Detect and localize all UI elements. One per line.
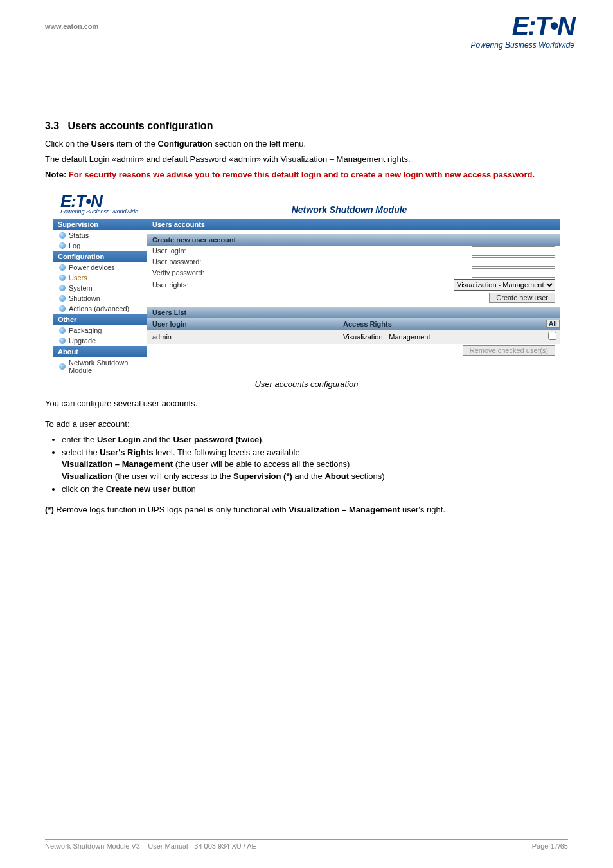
section-title: Users accounts configuration bbox=[68, 120, 213, 131]
sidebar-item-upgrade[interactable]: Upgrade bbox=[53, 336, 147, 346]
sidebar-item-power-devices[interactable]: Power devices bbox=[53, 262, 147, 273]
cell-user-login: admin bbox=[147, 330, 338, 344]
create-new-user-button[interactable]: Create new user bbox=[489, 293, 555, 303]
input-verify-password[interactable] bbox=[472, 268, 555, 278]
bullet-icon bbox=[59, 242, 66, 249]
sidebar-item-packaging[interactable]: Packaging bbox=[53, 325, 147, 336]
sidebar-cat-other: Other bbox=[53, 314, 147, 325]
bullet-icon bbox=[59, 285, 66, 291]
users-list-header: User login Access Rights All bbox=[147, 318, 560, 330]
sidebar-cat-configuration: Configuration bbox=[53, 251, 147, 262]
brand-tagline: Powering Business Worldwide bbox=[471, 41, 574, 50]
footnote-star: (*) Remove logs function in UPS logs pan… bbox=[45, 504, 568, 516]
list-item: enter the User Login and the User passwo… bbox=[62, 434, 568, 446]
sidebar-cat-about: About bbox=[53, 346, 147, 357]
label-verify-password: Verify password: bbox=[152, 269, 229, 276]
default-login-paragraph: The default Login «admin» and default Pa… bbox=[45, 154, 568, 165]
remove-checked-users-button[interactable]: Remove checked user(s) bbox=[463, 345, 555, 356]
col-access-rights[interactable]: Access Rights bbox=[338, 318, 544, 330]
bullet-icon bbox=[59, 232, 66, 239]
list-item: select the User's Rights level. The foll… bbox=[62, 447, 568, 482]
table-row: admin Visualization - Management bbox=[147, 330, 560, 344]
bullet-icon bbox=[59, 295, 66, 302]
sidebar-item-status[interactable]: Status bbox=[53, 230, 147, 240]
bullet-icon bbox=[59, 363, 66, 370]
brand-mark: E:T•N bbox=[512, 12, 574, 41]
row-select-checkbox[interactable] bbox=[548, 332, 556, 340]
sidebar: Supervision Status Log Configuration Pow… bbox=[53, 219, 147, 375]
section-number: 3.3 bbox=[45, 120, 59, 131]
sidebar-cat-supervision: Supervision bbox=[53, 219, 147, 230]
cell-access-rights: Visualization - Management bbox=[338, 330, 544, 344]
sidebar-item-about-nsm[interactable]: Network Shutdown Module bbox=[53, 357, 147, 375]
bullet-icon bbox=[59, 327, 66, 334]
security-note: Note: For security reasons we advise you… bbox=[45, 169, 568, 181]
sidebar-item-shutdown[interactable]: Shutdown bbox=[53, 293, 147, 303]
configure-accounts-paragraph: You can configure several user accounts. bbox=[45, 398, 568, 410]
col-user-login[interactable]: User login bbox=[147, 318, 338, 330]
add-user-steps: enter the User Login and the User passwo… bbox=[62, 434, 568, 495]
select-all-button[interactable]: All bbox=[546, 320, 560, 328]
app-brand-mark: E:T•N bbox=[60, 194, 138, 208]
brand-logo: E:T•N Powering Business Worldwide bbox=[471, 12, 574, 50]
sidebar-item-log[interactable]: Log bbox=[53, 240, 147, 251]
page-footer: Network Shutdown Module V3 – User Manual… bbox=[45, 839, 568, 850]
bullet-icon bbox=[59, 275, 66, 281]
input-user-login[interactable] bbox=[472, 246, 555, 256]
bullet-icon bbox=[59, 338, 66, 344]
users-list-title: Users List bbox=[147, 307, 560, 318]
footer-right: Page 17/65 bbox=[532, 842, 568, 850]
create-account-title: Create new user account bbox=[147, 234, 560, 246]
sidebar-item-users[interactable]: Users bbox=[53, 273, 147, 283]
main-panel: Users accounts Create new user account U… bbox=[147, 219, 560, 375]
section-heading: 3.3 Users accounts configuration bbox=[45, 120, 568, 132]
panel-title: Users accounts bbox=[147, 219, 560, 230]
screenshot-users-accounts: E:T•N Powering Business Worldwide Networ… bbox=[53, 190, 560, 375]
label-user-password: User password: bbox=[152, 258, 229, 266]
sidebar-item-actions-advanced[interactable]: Actions (advanced) bbox=[53, 303, 147, 314]
bullet-icon bbox=[59, 305, 66, 312]
app-brand-tagline: Powering Business Worldwide bbox=[60, 208, 138, 215]
bullet-icon bbox=[59, 264, 66, 271]
sidebar-item-system[interactable]: System bbox=[53, 283, 147, 293]
input-user-password[interactable] bbox=[472, 257, 555, 267]
label-user-rights: User rights: bbox=[152, 281, 229, 289]
app-title: Network Shutdown Module bbox=[138, 204, 560, 215]
intro-paragraph: Click on the Users item of the Configura… bbox=[45, 138, 568, 150]
select-user-rights[interactable]: Visualization - Management bbox=[454, 279, 555, 291]
screenshot-caption: User accounts configuration bbox=[45, 379, 568, 389]
label-user-login: User login: bbox=[152, 247, 229, 255]
add-user-intro: To add a user account: bbox=[45, 419, 568, 430]
list-item: click on the Create new user button bbox=[62, 484, 568, 495]
footer-left: Network Shutdown Module V3 – User Manual… bbox=[45, 842, 256, 850]
